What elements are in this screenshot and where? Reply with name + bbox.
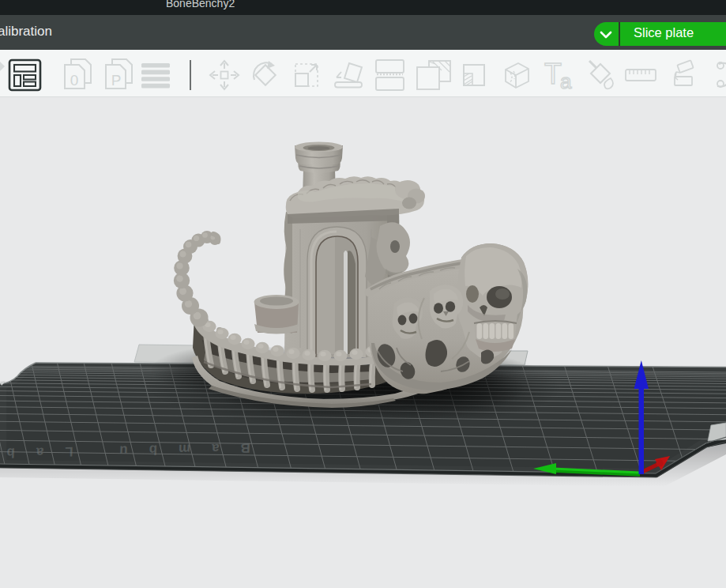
svg-text:0: 0 <box>70 72 79 89</box>
svg-text:T: T <box>544 58 562 90</box>
svg-text:a: a <box>560 70 572 93</box>
svg-text:P: P <box>111 72 122 89</box>
